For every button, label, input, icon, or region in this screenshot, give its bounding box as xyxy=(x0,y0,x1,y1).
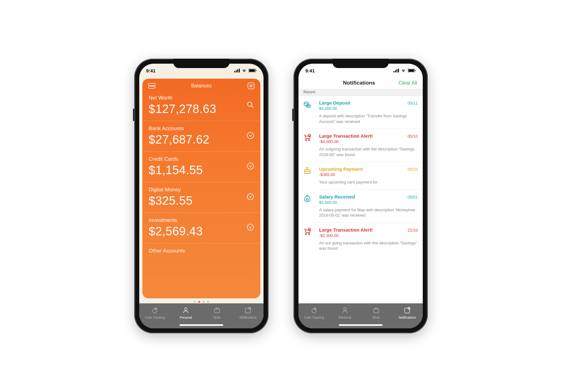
page-dot xyxy=(203,301,205,303)
notch xyxy=(173,59,229,68)
notif-amount: $3,500.00 xyxy=(319,200,418,205)
tab-label: Notifications xyxy=(399,316,416,319)
balance-row-net-worth[interactable]: Net Worth $127,278.63 xyxy=(142,91,260,121)
page-indicator xyxy=(139,298,264,303)
balances-title: Balances xyxy=(156,83,247,89)
notification-item[interactable]: ¥ Salary Received 05/01 $3,500.00 A sala… xyxy=(298,190,423,223)
tab-notifications[interactable]: Notifications xyxy=(233,306,264,319)
tab-personal[interactable]: Personal xyxy=(170,306,202,319)
notification-item[interactable]: $ Large Transaction Alert! 21/10 -$2,300… xyxy=(298,223,423,256)
svg-rect-49 xyxy=(405,308,410,313)
svg-rect-22 xyxy=(245,308,250,313)
upload-box-icon xyxy=(303,166,312,175)
notification-list[interactable]: Large Deposit 05/11 $4,000.00 A deposit … xyxy=(298,96,423,303)
chevron-down-icon[interactable] xyxy=(247,132,254,140)
balance-label: Investments xyxy=(149,217,203,223)
tab-label: Personal xyxy=(180,316,192,319)
battery-icon xyxy=(408,69,416,72)
coins-icon xyxy=(151,306,159,315)
notch xyxy=(333,59,389,68)
home-indicator[interactable] xyxy=(339,324,382,326)
notif-date: 05/10 xyxy=(407,167,418,172)
home-indicator[interactable] xyxy=(180,324,223,326)
balance-row-bank[interactable]: Bank Accounts $27,687.62 xyxy=(142,121,260,152)
svg-point-33 xyxy=(305,140,307,141)
search-icon[interactable] xyxy=(247,101,254,110)
svg-rect-0 xyxy=(234,71,235,72)
balance-rows: Net Worth $127,278.63 Bank Accounts $27,… xyxy=(142,91,260,298)
wifi-icon xyxy=(401,69,406,72)
chevron-down-icon[interactable] xyxy=(247,193,254,202)
balance-row-credit[interactable]: Credit Cards $1,154.55 xyxy=(142,152,260,182)
coins-icon xyxy=(303,100,312,109)
notif-desc: An out going transaction with the descri… xyxy=(319,240,418,251)
tab-cash-tracking[interactable]: Cash Tracking xyxy=(139,306,170,319)
page-dot xyxy=(207,301,209,303)
svg-rect-7 xyxy=(148,83,155,86)
notification-icon xyxy=(403,306,411,315)
person-icon xyxy=(341,306,349,315)
notifications-header: Notifications Clear All xyxy=(298,77,423,89)
person-icon xyxy=(182,306,190,315)
svg-rect-26 xyxy=(397,69,397,72)
svg-rect-29 xyxy=(408,69,414,72)
notif-desc: An outgoing transaction with the descrip… xyxy=(319,146,418,157)
settings-icon[interactable] xyxy=(247,82,255,89)
svg-point-47 xyxy=(344,308,346,310)
status-time: 9:41 xyxy=(146,68,155,73)
page-dot-active xyxy=(198,301,200,303)
svg-point-31 xyxy=(304,102,308,104)
balances-card: Balances Net Worth $127,278.63 xyxy=(142,79,260,298)
tab-label: Work xyxy=(372,316,380,319)
tab-work[interactable]: Work xyxy=(201,306,233,319)
notification-item[interactable]: Upcoming Payment 05/10 -$385.00 Your upc… xyxy=(298,162,423,190)
battery-icon xyxy=(249,69,257,72)
svg-rect-30 xyxy=(415,70,416,71)
notif-amount: -$2,300.00 xyxy=(319,233,418,238)
coins-icon xyxy=(310,306,318,315)
svg-rect-48 xyxy=(374,309,379,313)
svg-point-12 xyxy=(248,102,252,106)
page-dot xyxy=(194,301,196,303)
tab-cash-tracking[interactable]: Cash Tracking xyxy=(298,306,330,319)
clear-all-button[interactable]: Clear All xyxy=(395,80,417,86)
balance-amount: $325.55 xyxy=(149,194,193,208)
tab-work[interactable]: Work xyxy=(361,306,392,319)
notif-desc: A deposit with description “Transfer fro… xyxy=(319,113,418,124)
chevron-down-icon[interactable] xyxy=(247,162,254,171)
tab-notifications[interactable]: Notifications xyxy=(392,306,423,319)
svg-rect-21 xyxy=(214,309,219,313)
phone-notifications: 9:41 Notifications Clear All Recent xyxy=(293,59,428,333)
balance-label: Other Accounts xyxy=(149,248,185,254)
balance-amount: $1,154.55 xyxy=(149,164,203,177)
balance-row-other[interactable]: Other Accounts xyxy=(142,243,260,259)
briefcase-icon xyxy=(213,306,221,315)
notif-date: 05/10 xyxy=(407,134,418,139)
notif-amount: -$385.00 xyxy=(319,172,418,177)
chevron-down-icon[interactable] xyxy=(247,223,254,232)
svg-rect-2 xyxy=(237,69,238,72)
balance-row-digital[interactable]: Digital Money $325.55 xyxy=(142,182,260,213)
layout-toggle-icon[interactable] xyxy=(147,83,156,89)
svg-rect-3 xyxy=(239,69,240,72)
notif-amount: $4,000.00 xyxy=(319,106,418,111)
svg-rect-1 xyxy=(236,70,237,72)
notif-title: Large Transaction Alert! xyxy=(319,133,373,139)
notification-item[interactable]: $ Large Transaction Alert! 05/10 -$4,000… xyxy=(298,129,423,162)
tab-label: Personal xyxy=(339,316,351,319)
phone-balances: 9:41 Balances xyxy=(134,59,269,333)
signal-icon xyxy=(234,69,240,72)
notif-title: Salary Received xyxy=(319,194,355,199)
wifi-icon xyxy=(242,69,247,72)
notif-date: 21/10 xyxy=(407,228,418,233)
balance-row-investments[interactable]: Investments $2,569.43 xyxy=(142,213,260,243)
tab-label: Cash Tracking xyxy=(145,316,165,319)
svg-point-17 xyxy=(247,224,254,230)
svg-point-20 xyxy=(185,308,187,310)
svg-point-41 xyxy=(305,233,307,235)
notification-item[interactable]: Large Deposit 05/11 $4,000.00 A deposit … xyxy=(298,96,423,129)
notif-date: 05/01 xyxy=(407,195,418,199)
cart-alert-icon: $ xyxy=(303,227,312,236)
tab-personal[interactable]: Personal xyxy=(330,306,361,319)
signal-icon xyxy=(393,69,399,72)
